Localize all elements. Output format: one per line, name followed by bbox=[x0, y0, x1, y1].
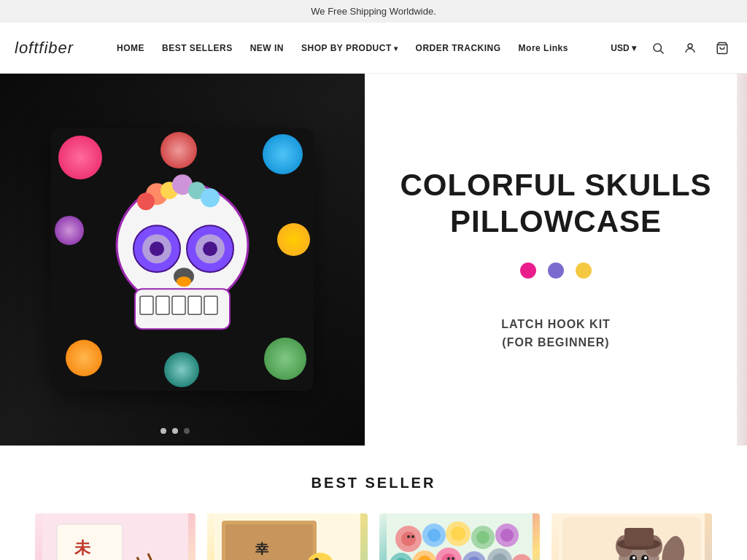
main-nav: HOME BEST SELLERS NEW IN SHOP BY PRODUCT… bbox=[117, 43, 611, 53]
nav-item-home[interactable]: HOME bbox=[117, 43, 144, 53]
hero-image bbox=[0, 74, 365, 446]
flower-bottom-right bbox=[264, 338, 306, 380]
cart-icon[interactable] bbox=[712, 38, 732, 58]
svg-point-47 bbox=[427, 529, 441, 542]
svg-rect-14 bbox=[156, 296, 169, 314]
logo[interactable]: loftfiber bbox=[15, 39, 102, 58]
svg-line-1 bbox=[660, 50, 663, 53]
nav-item-shop-by-product[interactable]: SHOP BY PRODUCT bbox=[301, 43, 398, 53]
svg-point-19 bbox=[137, 192, 155, 210]
svg-rect-13 bbox=[140, 296, 153, 314]
slide-indicator-3[interactable] bbox=[184, 428, 190, 434]
svg-point-45 bbox=[401, 532, 416, 546]
svg-point-0 bbox=[654, 44, 662, 52]
slide-indicators bbox=[160, 428, 190, 434]
svg-point-70 bbox=[407, 535, 410, 538]
hero-next-slide-peek bbox=[737, 74, 747, 446]
slide-indicator-1[interactable] bbox=[160, 428, 166, 434]
nav-item-order-tracking[interactable]: ORDER TRACKING bbox=[416, 43, 501, 53]
svg-point-85 bbox=[644, 556, 647, 559]
flower-top-mid bbox=[160, 132, 197, 168]
nav-item-new-in[interactable]: NEW IN bbox=[250, 43, 284, 53]
announcement-text: We Free Shipping Worldwide. bbox=[311, 6, 436, 17]
color-swatches bbox=[520, 262, 592, 279]
nav-item-best-sellers[interactable]: BEST SELLERS bbox=[162, 43, 233, 53]
hero-content: COLORFUL SKULLS PILLOWCASE LATCH HOOK KI… bbox=[365, 74, 747, 446]
flower-top-left bbox=[58, 136, 102, 179]
best-seller-title: BEST SELLER bbox=[15, 475, 732, 491]
account-icon[interactable] bbox=[680, 38, 700, 58]
currency-selector[interactable]: USD ▾ bbox=[611, 43, 636, 53]
color-swatch-yellow[interactable] bbox=[576, 262, 592, 279]
hero-canvas bbox=[0, 74, 365, 446]
svg-rect-17 bbox=[204, 296, 217, 314]
svg-text:未: 未 bbox=[74, 539, 91, 557]
svg-point-51 bbox=[476, 531, 489, 544]
flower-bottom-mid bbox=[164, 352, 199, 387]
flower-bottom-left bbox=[66, 340, 102, 376]
svg-rect-81 bbox=[624, 528, 654, 546]
flower-mid-right bbox=[277, 223, 310, 256]
header: loftfiber HOME BEST SELLERS NEW IN SHOP … bbox=[0, 23, 747, 74]
nav-item-more-links[interactable]: More Links bbox=[519, 43, 568, 53]
svg-rect-15 bbox=[172, 296, 185, 314]
best-seller-section: BEST SELLER 未 來 bbox=[0, 446, 747, 560]
svg-point-73 bbox=[452, 557, 454, 560]
hero-section: COLORFUL SKULLS PILLOWCASE LATCH HOOK KI… bbox=[0, 74, 747, 446]
product-grid: 未 來 bbox=[15, 513, 732, 560]
slide-indicator-2[interactable] bbox=[172, 428, 178, 434]
color-swatch-purple[interactable] bbox=[548, 262, 564, 279]
svg-point-11 bbox=[203, 241, 217, 256]
svg-rect-34 bbox=[225, 524, 313, 560]
product-card-2[interactable]: 幸 運 bbox=[207, 513, 368, 560]
product-card-3[interactable] bbox=[379, 513, 540, 560]
hero-subtitle: LATCH HOOK KIT (FOR BEGINNER) bbox=[501, 315, 611, 352]
header-icons: USD ▾ bbox=[611, 38, 732, 58]
color-swatch-pink[interactable] bbox=[520, 262, 536, 279]
svg-point-8 bbox=[150, 241, 164, 256]
svg-point-71 bbox=[411, 535, 414, 538]
svg-point-2 bbox=[688, 44, 692, 48]
svg-point-23 bbox=[201, 188, 220, 207]
flower-mid-left bbox=[55, 216, 84, 245]
product-card-4[interactable] bbox=[551, 513, 712, 560]
svg-point-24 bbox=[177, 276, 191, 287]
svg-point-84 bbox=[632, 556, 635, 559]
pillow-image bbox=[51, 128, 314, 391]
hero-title: COLORFUL SKULLS PILLOWCASE bbox=[400, 167, 711, 241]
announcement-bar: We Free Shipping Worldwide. bbox=[0, 0, 747, 23]
svg-rect-16 bbox=[188, 296, 201, 314]
product-card-1[interactable]: 未 來 bbox=[35, 513, 196, 560]
svg-point-49 bbox=[451, 526, 465, 541]
flower-top-right bbox=[263, 134, 303, 174]
svg-point-72 bbox=[447, 557, 450, 560]
svg-text:幸: 幸 bbox=[255, 542, 269, 556]
svg-point-53 bbox=[500, 529, 514, 542]
search-icon[interactable] bbox=[648, 38, 668, 58]
